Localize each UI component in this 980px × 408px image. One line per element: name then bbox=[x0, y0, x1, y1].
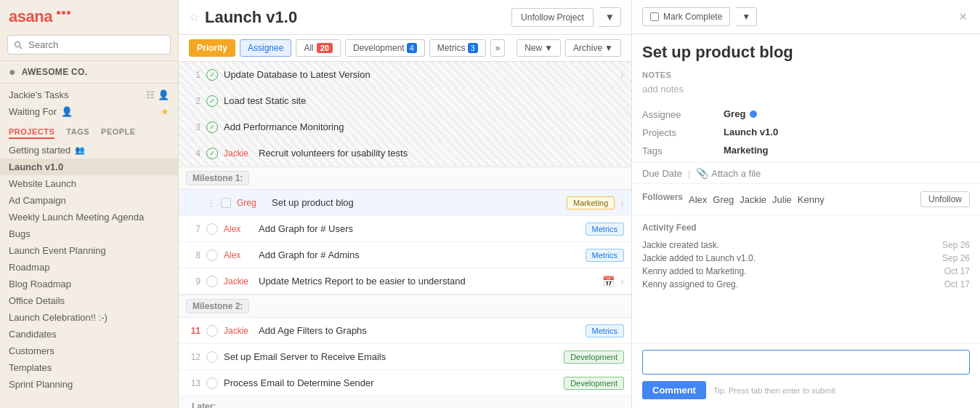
milestone-1-row: Milestone 1: bbox=[179, 167, 631, 190]
tags-value[interactable]: Marketing bbox=[724, 144, 970, 156]
task-check-4[interactable] bbox=[206, 148, 218, 159]
archive-filter-button[interactable]: Archive ▼ bbox=[565, 39, 621, 57]
panel-dropdown-button[interactable]: ▼ bbox=[736, 7, 757, 26]
sidebar-item-candidates[interactable]: Candidates bbox=[0, 326, 178, 343]
user-icon: ● bbox=[9, 65, 16, 79]
tasks-list-icon: ☷ bbox=[146, 89, 155, 100]
comment-input[interactable] bbox=[642, 350, 970, 375]
search-input[interactable] bbox=[7, 35, 171, 55]
metrics-filter-button[interactable]: Metrics3 bbox=[429, 39, 486, 57]
task-tag-dev-13: Development bbox=[564, 377, 624, 390]
calendar-icon[interactable]: 📅 bbox=[602, 276, 615, 287]
sidebar: asana ● AWESOME CO. Jackie's Tasks ☷ 👤 W bbox=[0, 0, 179, 408]
task-arrow-9: › bbox=[620, 276, 624, 287]
sidebar-item-customers[interactable]: Customers bbox=[0, 343, 178, 359]
task-tag-metrics-11: Metrics bbox=[586, 324, 624, 337]
follower-julie: Julie bbox=[772, 194, 792, 205]
more-filters-button[interactable]: » bbox=[490, 39, 506, 57]
table-row[interactable]: 12 Set up Email Server to Receive Emails… bbox=[179, 344, 631, 370]
notes-section: Notes add notes bbox=[632, 66, 980, 102]
table-row[interactable]: 7 Alex Add Graph for # Users Metrics bbox=[179, 216, 631, 242]
development-count-badge: 4 bbox=[407, 43, 417, 53]
project-title: Launch v1.0 bbox=[205, 8, 297, 27]
tasks-person-icon: 👤 bbox=[158, 89, 169, 100]
task-check-11[interactable] bbox=[206, 325, 218, 337]
table-row[interactable]: 9 Jackie Update Metrics Report to be eas… bbox=[179, 268, 631, 295]
table-row[interactable]: 11 Jackie Add Age Filters to Graphs Metr… bbox=[179, 318, 631, 344]
all-count-badge: 20 bbox=[317, 43, 333, 53]
sidebar-item-roadmap[interactable]: Roadmap bbox=[0, 259, 178, 276]
follower-alex: Alex bbox=[689, 194, 707, 205]
comment-button[interactable]: Comment bbox=[642, 381, 706, 399]
sidebar-item-sprint-planning[interactable]: Sprint Planning bbox=[0, 376, 178, 393]
task-check-7[interactable] bbox=[206, 223, 218, 235]
projects-label: Projects bbox=[642, 126, 715, 138]
sidebar-item-weekly-launch-meeting-agenda[interactable]: Weekly Launch Meeting Agenda bbox=[0, 209, 178, 225]
due-date-label: Due Date bbox=[642, 168, 682, 179]
sidebar-item-getting-started[interactable]: Getting started👥 bbox=[0, 142, 178, 159]
unfollow-button[interactable]: Unfollow bbox=[920, 191, 970, 207]
task-check-12[interactable] bbox=[206, 351, 218, 363]
task-check-1[interactable] bbox=[206, 69, 218, 81]
my-tasks-section: Jackie's Tasks ☷ 👤 Waiting For 👤 ★ bbox=[0, 84, 178, 123]
development-filter-button[interactable]: Development4 bbox=[345, 39, 425, 57]
assignee-dot-icon bbox=[750, 111, 757, 118]
project-item-label: Bugs bbox=[9, 228, 31, 239]
task-check-9[interactable] bbox=[206, 276, 218, 287]
sidebar-item-blog-roadmap[interactable]: Blog Roadmap bbox=[0, 276, 178, 292]
waiting-for-link[interactable]: Waiting For 👤 ★ bbox=[0, 103, 178, 120]
sidebar-item-launch-v10[interactable]: Launch v1.0 bbox=[0, 159, 178, 175]
sidebar-item-launch-celebration--[interactable]: Launch Celebration!! :-) bbox=[0, 309, 178, 326]
new-filter-button[interactable]: New ▼ bbox=[517, 39, 561, 57]
project-item-label: Launch Event Planning bbox=[9, 245, 106, 256]
unfollow-project-button[interactable]: Unfollow Project bbox=[511, 8, 594, 27]
attach-file-link[interactable]: 📎 Attach a file bbox=[696, 167, 761, 179]
sidebar-item-bugs[interactable]: Bugs bbox=[0, 225, 178, 242]
assignee-filter-button[interactable]: Assignee bbox=[240, 39, 291, 57]
activity-section: Activity Feed Jackie created task. Sep 2… bbox=[632, 215, 980, 343]
people-section-header[interactable]: PEOPLE bbox=[101, 127, 136, 139]
list-item: Jackie created task. Sep 26 bbox=[642, 239, 970, 252]
followers-row: Followers Alex Greg Jackie Julie Kenny U… bbox=[642, 191, 970, 207]
sidebar-item-website-launch[interactable]: Website Launch bbox=[0, 175, 178, 192]
projects-section-header[interactable]: PROJECTS bbox=[9, 127, 54, 139]
project-star-icon[interactable]: ☆ bbox=[189, 10, 199, 24]
sidebar-item-templates[interactable]: Templates bbox=[0, 359, 178, 376]
projects-value[interactable]: Launch v1.0 bbox=[724, 126, 970, 138]
list-item: Kenny assigned to Greg. Oct 17 bbox=[642, 278, 970, 291]
sidebar-item-ad-campaign[interactable]: Ad Campaign bbox=[0, 192, 178, 209]
close-panel-button[interactable]: × bbox=[956, 9, 970, 25]
priority-filter-button[interactable]: Priority bbox=[189, 39, 235, 57]
project-header: ☆ Launch v1.0 Unfollow Project ▼ bbox=[179, 0, 631, 35]
task-check-2[interactable] bbox=[206, 95, 218, 107]
milestone-2-label: Milestone 2: bbox=[186, 299, 249, 313]
task-check-13[interactable] bbox=[206, 377, 218, 389]
milestone-1-label: Milestone 1: bbox=[186, 171, 249, 185]
collapse-icon[interactable]: ‹ bbox=[620, 197, 624, 209]
table-row[interactable]: 1 Update Database to Latest Version › bbox=[179, 62, 631, 88]
asana-logo[interactable]: asana bbox=[9, 7, 70, 26]
mark-complete-button[interactable]: Mark Complete bbox=[642, 7, 730, 26]
task-check-8[interactable] bbox=[206, 249, 218, 261]
table-row[interactable]: 4 Jackie Recruit volunteers for usabilit… bbox=[179, 140, 631, 167]
all-filter-button[interactable]: All20 bbox=[296, 39, 341, 57]
drag-handle-icon[interactable]: ⋮ bbox=[206, 197, 216, 209]
add-notes-link[interactable]: add notes bbox=[642, 81, 970, 97]
waiting-star-icon: ★ bbox=[161, 106, 169, 117]
project-dropdown-button[interactable]: ▼ bbox=[599, 7, 621, 27]
sidebar-item-office-details[interactable]: Office Details bbox=[0, 292, 178, 309]
my-tasks-link[interactable]: Jackie's Tasks ☷ 👤 bbox=[0, 87, 178, 103]
sidebar-item-launch-event-planning[interactable]: Launch Event Planning bbox=[0, 242, 178, 259]
list-item: Kenny added to Marketing. Oct 17 bbox=[642, 265, 970, 278]
project-list: Getting started👥Launch v1.0Website Launc… bbox=[0, 140, 178, 408]
table-row[interactable]: 3 Add Performance Monitoring bbox=[179, 114, 631, 140]
tags-section-header[interactable]: TAGS bbox=[66, 127, 89, 139]
table-row[interactable]: ⋮ Greg Set up product blog Marketing ‹ bbox=[179, 190, 631, 216]
table-row[interactable]: 2 Load test Static site bbox=[179, 88, 631, 114]
task-tag-marketing: Marketing bbox=[567, 196, 615, 209]
task-check-3[interactable] bbox=[206, 121, 218, 133]
task-checkbox-5[interactable] bbox=[221, 198, 231, 208]
search-box[interactable] bbox=[7, 35, 171, 55]
table-row[interactable]: 8 Alex Add Graph for # Admins Metrics bbox=[179, 242, 631, 268]
table-row[interactable]: 13 Process Email to Determine Sender Dev… bbox=[179, 370, 631, 396]
